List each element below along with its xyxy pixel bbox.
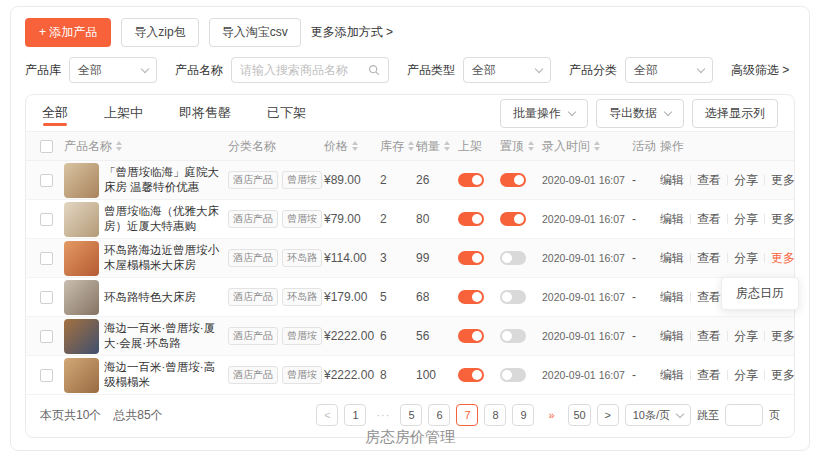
action-link-1[interactable]: 查看 xyxy=(697,367,721,384)
add-product-button[interactable]: + 添加产品 xyxy=(25,18,111,47)
product-name: 海边一百米·曾厝垵·厦大·会展·环岛路 xyxy=(104,321,228,351)
pin-toggle[interactable] xyxy=(500,212,526,226)
product-category-select[interactable]: 全部 xyxy=(625,57,713,83)
room-calendar-popup[interactable]: 房态日历 xyxy=(721,277,799,310)
pin-toggle[interactable] xyxy=(500,368,526,382)
action-link-1[interactable]: 查看 xyxy=(697,328,721,345)
row-checkbox[interactable] xyxy=(40,213,53,226)
row-checkbox[interactable] xyxy=(40,330,53,343)
pagination-page-9[interactable]: 9 xyxy=(512,404,534,426)
pagination-ellipsis[interactable]: ··· xyxy=(372,404,394,426)
product-name-input[interactable] xyxy=(240,63,368,77)
sort-caret-up-icon xyxy=(408,141,414,145)
tab-2[interactable]: 即将售罄 xyxy=(179,95,231,131)
product-type-select[interactable]: 全部 xyxy=(463,57,551,83)
pagination-next[interactable]: > xyxy=(597,404,619,426)
action-link-3[interactable]: 更多 xyxy=(771,367,795,384)
action-link-1[interactable]: 查看 xyxy=(697,172,721,189)
more-add-methods-link[interactable]: 更多添加方式 > xyxy=(311,24,393,41)
price-cell: ¥114.00 xyxy=(324,251,380,265)
sort-icon[interactable] xyxy=(444,141,450,151)
action-link-0[interactable]: 编辑 xyxy=(660,328,684,345)
product-name-search xyxy=(231,57,389,83)
pagination-page-7[interactable]: 7 xyxy=(456,404,478,426)
batch-operation-button[interactable]: 批量操作 xyxy=(500,99,588,128)
pagination-page-6[interactable]: 6 xyxy=(428,404,450,426)
pagination-prev[interactable]: < xyxy=(316,404,338,426)
pin-toggle[interactable] xyxy=(500,251,526,265)
category-tag: 酒店产品 xyxy=(228,171,278,189)
action-link-0[interactable]: 编辑 xyxy=(660,211,684,228)
import-zip-button[interactable]: 导入zip包 xyxy=(121,18,198,47)
shelf-toggle-cell xyxy=(458,368,500,382)
pagination-page-1[interactable]: 1 xyxy=(344,404,366,426)
action-divider xyxy=(690,331,691,341)
row-checkbox[interactable] xyxy=(40,291,53,304)
shelf-toggle[interactable] xyxy=(458,173,484,187)
header-checkbox[interactable] xyxy=(40,140,53,153)
action-link-0[interactable]: 编辑 xyxy=(660,250,684,267)
choose-columns-button[interactable]: 选择显示列 xyxy=(692,99,778,128)
jump-page-input[interactable] xyxy=(725,404,763,426)
activity-cell: - xyxy=(632,290,660,304)
action-link-0[interactable]: 编辑 xyxy=(660,289,684,306)
activity-cell: - xyxy=(632,212,660,226)
chevron-down-icon xyxy=(676,409,684,417)
shelf-toggle[interactable] xyxy=(458,329,484,343)
product-library-select[interactable]: 全部 xyxy=(69,57,157,83)
action-link-2[interactable]: 分享 xyxy=(734,211,758,228)
action-link-0[interactable]: 编辑 xyxy=(660,172,684,189)
pagination-page-50[interactable]: 50 xyxy=(568,404,590,426)
action-link-3[interactable]: 更多 xyxy=(771,250,795,267)
export-data-button[interactable]: 导出数据 xyxy=(596,99,684,128)
export-data-label: 导出数据 xyxy=(609,105,657,122)
category-tag: 曾厝垵 xyxy=(282,366,322,384)
action-divider xyxy=(690,253,691,263)
pin-toggle[interactable] xyxy=(500,290,526,304)
action-link-1[interactable]: 查看 xyxy=(697,211,721,228)
row-checkbox[interactable] xyxy=(40,369,53,382)
row-checkbox[interactable] xyxy=(40,252,53,265)
sort-icon[interactable] xyxy=(528,141,534,151)
pagination-page-5[interactable]: 5 xyxy=(400,404,422,426)
shelf-toggle[interactable] xyxy=(458,368,484,382)
shelf-toggle[interactable] xyxy=(458,251,484,265)
action-link-2[interactable]: 分享 xyxy=(734,172,758,189)
column-header-5: 上架 xyxy=(458,138,500,155)
action-link-3[interactable]: 更多 xyxy=(771,328,795,345)
import-taobao-csv-button[interactable]: 导入淘宝csv xyxy=(209,18,301,47)
action-link-2[interactable]: 分享 xyxy=(734,328,758,345)
action-link-3[interactable]: 更多 xyxy=(771,172,795,189)
page-size-select[interactable]: 10条/页 xyxy=(625,404,691,426)
pin-toggle[interactable] xyxy=(500,329,526,343)
sort-icon[interactable] xyxy=(408,141,414,151)
action-link-1[interactable]: 查看 xyxy=(697,250,721,267)
table-header-row: 产品名称分类名称价格库存销量上架置顶录入时间活动操作 xyxy=(26,132,794,161)
shelf-toggle[interactable] xyxy=(458,212,484,226)
sort-icon[interactable] xyxy=(594,141,600,151)
action-link-2[interactable]: 分享 xyxy=(734,367,758,384)
action-link-0[interactable]: 编辑 xyxy=(660,367,684,384)
tab-0[interactable]: 全部 xyxy=(42,95,68,131)
search-icon[interactable] xyxy=(368,64,380,76)
tab-1[interactable]: 上架中 xyxy=(104,95,143,131)
pagination-page-8[interactable]: 8 xyxy=(484,404,506,426)
sort-icon[interactable] xyxy=(352,141,358,151)
total-count: 总共85个 xyxy=(113,407,162,424)
shelf-toggle-cell xyxy=(458,212,500,226)
pin-toggle[interactable] xyxy=(500,173,526,187)
category-tag: 曾厝垵 xyxy=(282,210,322,228)
action-link-3[interactable]: 更多 xyxy=(771,211,795,228)
advanced-filter-link[interactable]: 高级筛选 > xyxy=(731,62,789,79)
toggle-knob xyxy=(472,331,482,341)
action-link-1[interactable]: 查看 xyxy=(697,289,721,306)
tab-3[interactable]: 已下架 xyxy=(267,95,306,131)
pin-toggle-cell xyxy=(500,329,542,343)
pagination-jump-next[interactable]: » xyxy=(540,404,562,426)
action-link-2[interactable]: 分享 xyxy=(734,250,758,267)
shelf-toggle[interactable] xyxy=(458,290,484,304)
action-divider xyxy=(727,253,728,263)
activity-cell: - xyxy=(632,251,660,265)
sort-icon[interactable] xyxy=(116,141,122,151)
row-checkbox[interactable] xyxy=(40,174,53,187)
